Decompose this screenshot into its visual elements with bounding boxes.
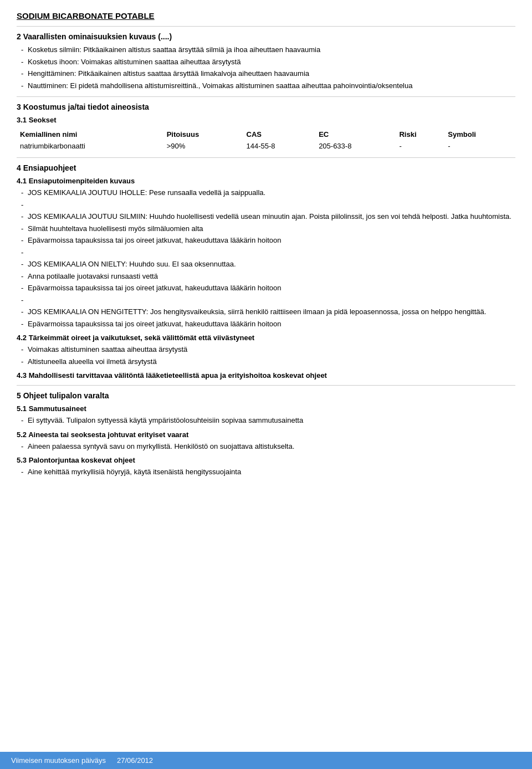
section42-list: Voimakas altistuminen saattaa aiheuttaa … (17, 344, 515, 367)
divider-2-3 (17, 96, 515, 97)
section3-heading: 3 Koostumus ja/tai tiedot aineosista (17, 102, 515, 111)
document-title: SODIUM BICARBONATE POTABLE (17, 11, 515, 20)
section53-list: Aine kehittää myrkyllisiä höyryjä, käytä… (17, 466, 515, 478)
list-item: JOS KEMIKAALIA JOUTUU SILMIIN: Huuhdo hu… (17, 211, 515, 222)
divider-4-5 (17, 385, 515, 386)
subsection52-heading: 5.2 Aineesta tai seoksesta johtuvat erit… (17, 430, 515, 439)
list-item: Hengittäminen: Pitkäaikainen altistus sa… (17, 68, 515, 79)
list-item: Epävarmoissa tapauksissa tai jos oireet … (17, 235, 515, 246)
section2-heading: 2 Vaarallisten ominaisuuksien kuvaus (..… (17, 32, 515, 41)
list-item: JOS KEMIKAALIA ON HENGITETTY: Jos hengit… (17, 306, 515, 317)
list-item: Aineen palaessa syntyvä savu on myrkylli… (17, 441, 515, 452)
cell-cas: 144-55-8 (243, 140, 316, 152)
section52-list: Aineen palaessa syntyvä savu on myrkylli… (17, 441, 515, 452)
list-item: Kosketus silmiin: Pitkäaikainen altistus… (17, 44, 515, 55)
list-item: Epävarmoissa tapauksissa tai jos oireet … (17, 283, 515, 294)
list-item-empty (17, 295, 515, 306)
col-header-cas: CAS (243, 129, 316, 140)
chemicals-table: Kemiallinen nimi Pitoisuus CAS EC Riski … (17, 129, 515, 152)
cell-riski: - (396, 140, 444, 152)
list-item-empty (17, 247, 515, 258)
subsection51-heading: 5.1 Sammutusaineet (17, 404, 515, 413)
section4-heading: 4 Ensiapuohjeet (17, 163, 515, 172)
col-header-pitoisuus: Pitoisuus (163, 129, 243, 140)
list-item: Kosketus ihoon: Voimakas altistuminen sa… (17, 57, 515, 68)
subsection31-heading: 3.1 Seokset (17, 116, 515, 124)
list-item: Silmät huuhteltava huolellisesti myös si… (17, 223, 515, 234)
col-header-riski: Riski (396, 129, 444, 140)
list-item: Nauttiminen: Ei pidetä mahdollisena alti… (17, 80, 515, 91)
section51-list: Ei syttyvää. Tulipalon syttyessä käytä y… (17, 415, 515, 426)
cell-ec: 205-633-8 (315, 140, 396, 152)
cell-name: natriumbikarbonaatti (17, 140, 163, 152)
list-item: Epävarmoissa tapauksissa tai jos oireet … (17, 319, 515, 330)
col-header-ec: EC (315, 129, 396, 140)
list-item: JOS KEMIKAALIA JOUTUU IHOLLE: Pese runsa… (17, 187, 515, 198)
cell-symboli: - (444, 140, 515, 152)
list-item: JOS KEMIKAALIA ON NIELTY: Huuhdo suu. EI… (17, 259, 515, 270)
main-content: SODIUM BICARBONATE POTABLE 2 Vaaralliste… (17, 11, 515, 478)
subsection42-heading: 4.2 Tärkeimmät oireet ja vaikutukset, se… (17, 334, 515, 342)
divider-3-4 (17, 157, 515, 158)
cell-pitoisuus: >90% (163, 140, 243, 152)
divider-top (17, 26, 515, 27)
subsection41-heading: 4.1 Ensiaputoimenpiteiden kuvaus (17, 177, 515, 185)
list-item: Aine kehittää myrkyllisiä höyryjä, käytä… (17, 466, 515, 478)
section5-heading: 5 Ohjeet tulipalon varalta (17, 391, 515, 400)
table-row: natriumbikarbonaatti >90% 144-55-8 205-6… (17, 140, 515, 152)
col-header-name: Kemiallinen nimi (17, 129, 163, 140)
table-header-row: Kemiallinen nimi Pitoisuus CAS EC Riski … (17, 129, 515, 140)
list-item: Altistuneella alueella voi ilmetä ärsyty… (17, 356, 515, 367)
section41-list: JOS KEMIKAALIA JOUTUU IHOLLE: Pese runsa… (17, 187, 515, 329)
list-item-empty (17, 199, 515, 211)
section2-list: Kosketus silmiin: Pitkäaikainen altistus… (17, 44, 515, 91)
list-item: Ei syttyvää. Tulipalon syttyessä käytä y… (17, 415, 515, 426)
list-item: Anna potilaalle juotavaksi runsaasti vet… (17, 271, 515, 282)
col-header-symboli: Symboli (444, 129, 515, 140)
subsection43-heading: 4.3 Mahdollisesti tarvittavaa välitöntä … (17, 371, 515, 380)
list-item: Voimakas altistuminen saattaa aiheuttaa … (17, 344, 515, 355)
subsection53-heading: 5.3 Palontorjuntaa koskevat ohjeet (17, 456, 515, 464)
